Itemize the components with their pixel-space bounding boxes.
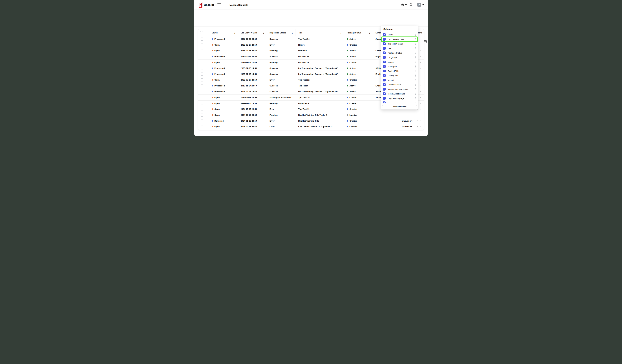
columns-panel-item[interactable]: ✓ Inspection Status: [381, 41, 418, 46]
columns-panel-item[interactable]: ✓ Language: [381, 55, 418, 60]
column-menu-icon[interactable]: ⋮: [234, 32, 236, 34]
column-checkbox[interactable]: ✓: [383, 74, 386, 77]
columns-panel-item[interactable]: ✓ Display Set: [381, 73, 418, 78]
package-status-dot-icon: [347, 68, 348, 69]
notifications-bell-icon[interactable]: [409, 3, 413, 6]
avatar-caret-icon[interactable]: [422, 4, 424, 5]
column-checkbox[interactable]: ✓: [383, 70, 386, 72]
column-checkbox-label: Variant: [388, 79, 394, 81]
row-checkbox[interactable]: [201, 119, 203, 122]
info-icon[interactable]: i: [395, 28, 397, 30]
row-checkbox[interactable]: [201, 73, 203, 76]
row-checkbox[interactable]: [201, 43, 203, 46]
columns-panel-item[interactable]: ✓ Material Status: [381, 82, 418, 87]
column-checkbox[interactable]: ✓: [383, 38, 386, 40]
row-checkbox[interactable]: [201, 114, 203, 116]
columns-panel-item[interactable]: ✓: [381, 100, 418, 103]
column-checkbox[interactable]: ✓: [383, 52, 386, 54]
drag-handle-icon[interactable]: [415, 75, 416, 77]
column-menu-icon[interactable]: ⋮: [263, 32, 265, 34]
column-checkbox-label: Original Title: [388, 70, 399, 72]
row-actions-button[interactable]: [416, 119, 422, 122]
row-checkbox[interactable]: [201, 49, 203, 52]
column-checkbox[interactable]: ✓: [383, 92, 386, 95]
row-actions-button[interactable]: [416, 114, 422, 117]
columns-panel: Columns i ✓ Status ✓ Est. Delivery Date …: [381, 26, 418, 110]
drag-handle-icon[interactable]: [415, 70, 416, 72]
drag-handle-icon[interactable]: [415, 34, 416, 36]
column-header-inspection-status[interactable]: Inspection Status ⋮: [267, 29, 296, 36]
drag-handle-icon[interactable]: [415, 97, 416, 99]
column-checkbox[interactable]: ✓: [383, 101, 386, 103]
avatar-initials: MC: [418, 4, 421, 6]
row-actions-button[interactable]: [416, 125, 422, 128]
columns-panel-item[interactable]: ✓ Video Language Code: [381, 87, 418, 92]
column-menu-icon[interactable]: ⋮: [340, 32, 342, 34]
columns-panel-item[interactable]: ✓ Issues: [381, 60, 418, 64]
row-checkbox[interactable]: [201, 78, 203, 81]
column-header-status[interactable]: Status ⋮: [209, 29, 238, 36]
column-checkbox[interactable]: ✓: [383, 97, 386, 100]
table-row[interactable]: Open 2025-08-16 23:59 Error Koh Lanta: S…: [198, 124, 424, 130]
column-checkbox[interactable]: ✓: [383, 65, 386, 68]
row-checkbox[interactable]: [201, 96, 203, 99]
row-checkbox[interactable]: [201, 90, 203, 93]
column-checkbox[interactable]: ✓: [383, 88, 386, 91]
package-status-value: Active: [350, 91, 356, 93]
gear-icon[interactable]: [401, 3, 405, 7]
column-header-est-delivery-date[interactable]: Est. Delivery Date ⋮: [238, 29, 267, 36]
columns-panel-item[interactable]: ✓ Video Aspect Ratio: [381, 92, 418, 96]
gear-caret-icon[interactable]: [405, 4, 407, 5]
drag-handle-icon[interactable]: [415, 43, 416, 45]
column-header-title[interactable]: Title ⋮: [296, 29, 344, 36]
drag-handle-icon[interactable]: [415, 88, 416, 90]
table-row[interactable]: Open 2024-03-12 23:59 Pending Backlot Tr…: [198, 112, 424, 118]
avatar[interactable]: MC: [417, 2, 421, 7]
hamburger-menu-icon[interactable]: [217, 3, 221, 6]
column-header-package-status[interactable]: Package Status ⋮: [344, 29, 373, 36]
column-checkbox[interactable]: ✓: [383, 56, 386, 59]
calendar-icon[interactable]: [424, 40, 427, 43]
drag-handle-icon[interactable]: [415, 38, 416, 40]
row-checkbox[interactable]: [201, 61, 203, 64]
package-status-dot-icon: [347, 62, 348, 63]
drag-handle-icon[interactable]: [415, 66, 416, 68]
drag-handle-icon[interactable]: [415, 93, 416, 95]
drag-handle-icon[interactable]: [415, 52, 416, 54]
columns-panel-item[interactable]: ✓ Original Language: [381, 96, 418, 100]
column-checkbox[interactable]: ✓: [383, 47, 386, 50]
drag-handle-icon[interactable]: [415, 79, 416, 81]
drag-handle-icon[interactable]: [415, 102, 416, 103]
columns-panel-item[interactable]: ✓ Title: [381, 46, 418, 51]
column-checkbox-label: Language: [388, 56, 397, 58]
row-checkbox[interactable]: [201, 125, 203, 128]
columns-panel-item[interactable]: ✓ Est. Delivery Date: [381, 37, 418, 41]
column-checkbox[interactable]: ✓: [383, 33, 386, 36]
columns-panel-item[interactable]: ✓ Package ID: [381, 64, 418, 69]
drag-handle-icon[interactable]: [415, 84, 416, 86]
columns-panel-item[interactable]: ✓ Variant: [381, 78, 418, 82]
column-checkbox[interactable]: ✓: [383, 42, 386, 45]
column-checkbox[interactable]: ✓: [383, 79, 386, 81]
column-menu-icon[interactable]: ⋮: [291, 32, 293, 34]
reset-to-default-button[interactable]: Reset to Default: [382, 105, 417, 108]
row-checkbox[interactable]: [201, 84, 203, 87]
row-checkbox[interactable]: [201, 55, 203, 58]
drag-handle-icon[interactable]: [415, 61, 416, 63]
row-checkbox[interactable]: [201, 102, 203, 105]
column-checkbox[interactable]: ✓: [383, 83, 386, 86]
columns-panel-item[interactable]: ✓ Package Status: [381, 51, 418, 55]
columns-panel-item[interactable]: ✓ Status: [381, 32, 418, 37]
column-checkbox[interactable]: ✓: [383, 60, 386, 63]
row-checkbox[interactable]: [201, 67, 203, 70]
inspection-status-value: Success: [270, 67, 278, 69]
columns-panel-item[interactable]: ✓ Original Title: [381, 69, 418, 73]
select-all-checkbox[interactable]: [200, 31, 203, 34]
row-checkbox[interactable]: [201, 38, 203, 40]
table-row[interactable]: Delivered 2024-01-20 23:59 Error Backlot…: [198, 118, 424, 124]
drag-handle-icon[interactable]: [415, 47, 416, 49]
drag-handle-icon[interactable]: [415, 57, 416, 58]
netflix-logo-icon[interactable]: [199, 2, 202, 8]
row-checkbox[interactable]: [201, 108, 203, 111]
column-menu-icon[interactable]: ⋮: [369, 32, 371, 34]
